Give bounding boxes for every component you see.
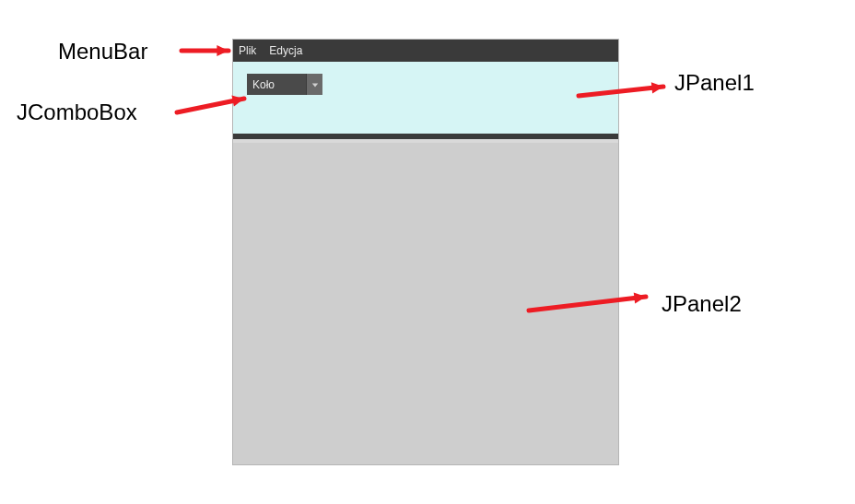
annotation-label-jpanel2: JPanel2 bbox=[662, 291, 742, 317]
jpanel2 bbox=[233, 143, 618, 464]
svg-marker-0 bbox=[311, 83, 317, 87]
annotation-label-jpanel1: JPanel1 bbox=[674, 70, 755, 96]
jpanel1: Koło bbox=[233, 62, 618, 134]
svg-marker-2 bbox=[217, 45, 228, 56]
app-window: Plik Edycja Koło bbox=[232, 39, 619, 465]
menu-item-edycja[interactable]: Edycja bbox=[269, 44, 302, 57]
menubar: Plik Edycja bbox=[233, 40, 618, 62]
shape-combobox[interactable]: Koło bbox=[247, 74, 322, 95]
combobox-selected-label: Koło bbox=[247, 74, 306, 95]
menu-item-plik[interactable]: Plik bbox=[239, 44, 256, 57]
svg-marker-4 bbox=[651, 82, 663, 93]
annotation-label-menubar: MenuBar bbox=[58, 39, 147, 64]
annotation-label-jcombobox: JComboBox bbox=[17, 100, 137, 125]
chevron-down-icon bbox=[306, 74, 322, 95]
svg-marker-8 bbox=[634, 292, 646, 303]
